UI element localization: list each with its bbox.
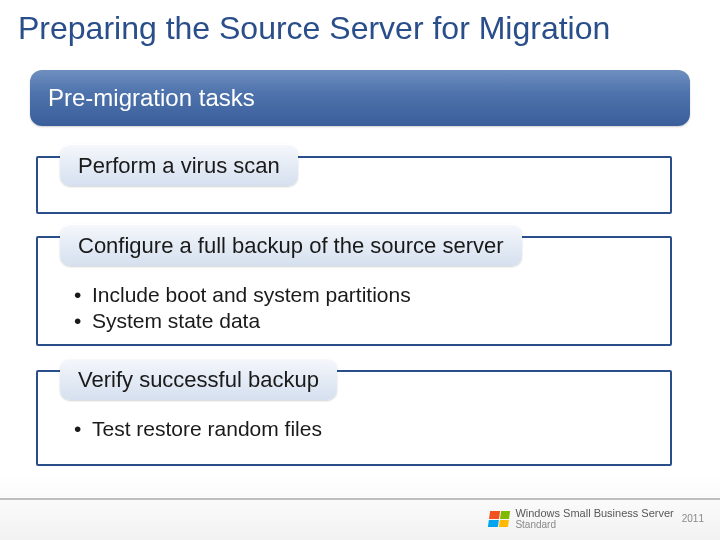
- subheader-1-label: Perform a virus scan: [78, 153, 280, 179]
- footer-divider: [0, 498, 720, 500]
- bullet-text: System state data: [92, 308, 260, 334]
- subheader-2: Configure a full backup of the source se…: [60, 224, 522, 266]
- footer-brand-line1: Windows Small Business Server: [515, 508, 673, 520]
- bullet-text: Include boot and system partitions: [92, 282, 411, 308]
- subheader-2-label: Configure a full backup of the source se…: [78, 233, 504, 259]
- windows-flag-icon: [488, 511, 510, 527]
- bullets-2: • Include boot and system partitions • S…: [74, 282, 411, 335]
- bullet-text: Test restore random files: [92, 416, 322, 442]
- subheader-3: Verify successful backup: [60, 358, 337, 400]
- bullets-3: • Test restore random files: [74, 416, 322, 442]
- subheader-3-label: Verify successful backup: [78, 367, 319, 393]
- section-header: Pre-migration tasks: [30, 70, 690, 126]
- footer-logo: Windows Small Business Server Standard 2…: [489, 508, 704, 530]
- slide: Preparing the Source Server for Migratio…: [0, 0, 720, 540]
- footer-brand: Windows Small Business Server Standard: [515, 508, 673, 530]
- subheader-1: Perform a virus scan: [60, 144, 298, 186]
- list-item: • Test restore random files: [74, 416, 322, 442]
- footer-brand-line2: Standard: [515, 520, 673, 531]
- bullet-icon: •: [74, 308, 92, 334]
- list-item: • System state data: [74, 308, 411, 334]
- footer-year: 2011: [682, 513, 704, 524]
- list-item: • Include boot and system partitions: [74, 282, 411, 308]
- section-header-label: Pre-migration tasks: [48, 84, 255, 112]
- bullet-icon: •: [74, 416, 92, 442]
- slide-title: Preparing the Source Server for Migratio…: [18, 10, 610, 47]
- bullet-icon: •: [74, 282, 92, 308]
